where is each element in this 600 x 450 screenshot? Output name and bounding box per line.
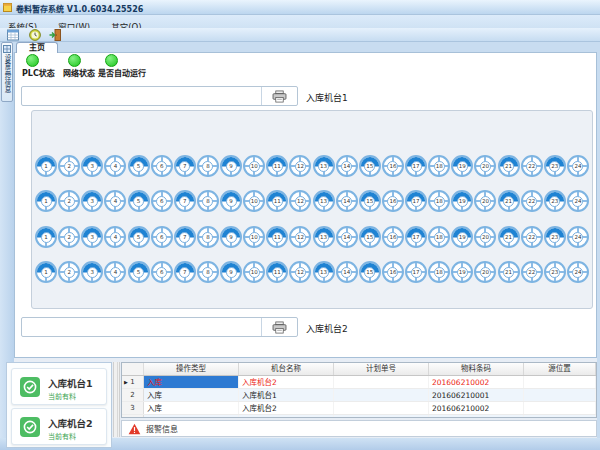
storage-slot-row4-pos24: 24 <box>567 261 589 283</box>
task-row-2[interactable]: 2入库入库机台1201606210001 <box>122 389 596 402</box>
printer-icon <box>272 321 287 334</box>
row-header-corner <box>122 363 144 375</box>
cell-2-4: 201606210001 <box>429 389 524 401</box>
storage-slot-row1-pos12: 12 <box>289 155 311 177</box>
storage-slot-row4-pos19: 19 <box>451 261 473 283</box>
storage-slot-row2-pos23: 23 <box>544 190 566 212</box>
storage-slot-row2-pos18: 18 <box>428 190 450 212</box>
column-header-3[interactable]: 计划单号 <box>334 363 429 375</box>
storage-slot-row2-pos24: 24 <box>567 190 589 212</box>
clock-button[interactable] <box>26 29 44 41</box>
storage-slot-row4-pos11: 11 <box>266 261 288 283</box>
storage-slot-row2-pos22: 22 <box>521 190 543 212</box>
storage-slot-row3-pos15: 15 <box>359 226 381 248</box>
task-table-header: 操作类型机台名称计划单号物料条码源位置 <box>122 363 596 376</box>
plc-status-label: PLC状态 <box>22 67 55 78</box>
tab-home[interactable]: 主页 <box>16 42 58 53</box>
exit-button[interactable] <box>46 29 64 41</box>
calendar-button[interactable] <box>4 29 22 41</box>
storage-slot-row4-pos12: 12 <box>289 261 311 283</box>
storage-slot-row4-pos1: 1 <box>35 261 57 283</box>
storage-slot-row1-pos23: 23 <box>544 155 566 177</box>
panel-grid-icon <box>3 45 11 53</box>
storage-slot-row3-pos20: 20 <box>474 226 496 248</box>
column-header-1[interactable]: 操作类型 <box>144 363 239 375</box>
task-row-4[interactable]: 4 <box>122 415 596 418</box>
cell-3-5 <box>524 402 596 414</box>
column-header-5[interactable]: 源位置 <box>524 363 596 375</box>
storage-slot-row4-pos7: 7 <box>174 261 196 283</box>
storage-slot-row1-pos15: 15 <box>359 155 381 177</box>
storage-slot-row4-pos5: 5 <box>128 261 150 283</box>
cell-4-5 <box>524 415 596 418</box>
cell-3-4: 201606210002 <box>429 402 524 414</box>
app-icon <box>3 3 12 12</box>
storage-slot-row4-pos13: 13 <box>313 261 335 283</box>
row-selector-arrow: ▶ <box>124 376 128 389</box>
storage-slot-row4-pos17: 17 <box>405 261 427 283</box>
side-panel-label: 设备监控信息 <box>2 54 12 93</box>
app-window: 卷料暂存系统 V1.0.6034.25526 系统(S) 窗口(W) 其它(O) <box>0 0 600 450</box>
storage-slot-row2-pos5: 5 <box>128 190 150 212</box>
window-title: 卷料暂存系统 V1.0.6034.25526 <box>16 3 143 14</box>
task-row-3[interactable]: 3入库入库机台2201606210002 <box>122 402 596 415</box>
storage-slot-row3-pos12: 12 <box>289 226 311 248</box>
storage-slot-row3-pos6: 6 <box>151 226 173 248</box>
storage-slot-row1-pos4: 4 <box>104 155 126 177</box>
task-table-body: ▶1入库入库机台22016062100022入库入库机台120160621000… <box>122 376 596 418</box>
cell-3-3 <box>334 402 429 414</box>
storage-slot-row2-pos8: 8 <box>197 190 219 212</box>
storage-slot-row1-pos13: 13 <box>313 155 335 177</box>
machine1-storage-board: 1234567891011121314151617181920212223241… <box>31 110 593 309</box>
storage-slot-row4-pos21: 21 <box>498 261 520 283</box>
machine1-card-title: 入库机台1 <box>48 376 93 390</box>
storage-slot-row2-pos19: 19 <box>451 190 473 212</box>
storage-slot-row1-pos14: 14 <box>336 155 358 177</box>
storage-slot-row1-pos5: 5 <box>128 155 150 177</box>
cell-2-1: 入库 <box>144 389 239 401</box>
storage-slot-row2-pos10: 10 <box>243 190 265 212</box>
storage-slot-row2-pos20: 20 <box>474 190 496 212</box>
storage-slot-row4-pos9: 9 <box>220 261 242 283</box>
machine-status-panel: 入库机台1 当前有料 入库机台2 当前有料 <box>6 362 112 448</box>
machine2-header-bar <box>21 317 298 337</box>
storage-slot-row1-pos6: 6 <box>151 155 173 177</box>
storage-slot-row2-pos17: 17 <box>405 190 427 212</box>
clock-icon <box>29 29 41 41</box>
machine1-title: 入库机台1 <box>306 91 348 104</box>
vertical-splitter[interactable] <box>113 362 120 437</box>
machine2-print-button[interactable] <box>261 318 297 336</box>
column-header-2[interactable]: 机台名称 <box>239 363 334 375</box>
printer-icon <box>272 90 287 103</box>
storage-slot-row2-pos13: 13 <box>313 190 335 212</box>
storage-slot-row2-pos9: 9 <box>220 190 242 212</box>
row-number: 4 <box>122 415 144 418</box>
warning-triangle-icon <box>128 423 141 435</box>
machine1-status-card: 入库机台1 当前有料 <box>11 368 107 405</box>
cell-2-3 <box>334 389 429 401</box>
storage-slot-row2-pos21: 21 <box>498 190 520 212</box>
storage-slot-row1-pos2: 2 <box>58 155 80 177</box>
storage-slot-row2-pos4: 4 <box>104 190 126 212</box>
storage-slot-row4-pos23: 23 <box>544 261 566 283</box>
storage-slot-row1-pos11: 11 <box>266 155 288 177</box>
storage-slot-row4-pos14: 14 <box>336 261 358 283</box>
main-content: PLC状态 网络状态 是否自动运行 入库机台1 1234567891011121… <box>14 52 597 358</box>
auto-run-indicator <box>105 54 118 67</box>
calendar-icon <box>7 29 19 41</box>
side-panel-tab[interactable]: 设备监控信息 <box>1 42 13 102</box>
cell-4-4 <box>429 415 524 418</box>
storage-slot-row2-pos1: 1 <box>35 190 57 212</box>
exit-door-icon <box>49 29 61 41</box>
storage-slot-row2-pos15: 15 <box>359 190 381 212</box>
column-header-4[interactable]: 物料条码 <box>429 363 524 375</box>
storage-slot-row4-pos4: 4 <box>104 261 126 283</box>
storage-slot-row1-pos8: 8 <box>197 155 219 177</box>
task-row-1[interactable]: ▶1入库入库机台2201606210002 <box>122 376 596 389</box>
machine1-print-button[interactable] <box>261 87 297 105</box>
storage-slot-row1-pos21: 21 <box>498 155 520 177</box>
storage-slot-row2-pos6: 6 <box>151 190 173 212</box>
tab-strip <box>0 42 600 52</box>
storage-slot-row4-pos3: 3 <box>81 261 103 283</box>
machine2-card-status: 当前有料 <box>48 431 76 441</box>
